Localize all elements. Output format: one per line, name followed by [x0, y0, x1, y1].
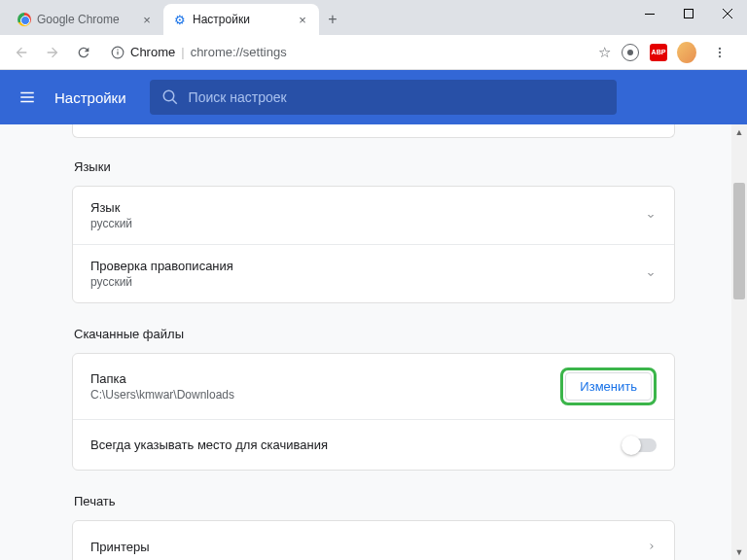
settings-content: Языки Язык русский Проверка правописания… [0, 124, 747, 560]
row-sub: русский [90, 275, 645, 289]
svg-rect-5 [117, 51, 118, 54]
svg-point-10 [163, 90, 174, 101]
folder-path: C:\Users\kmwar\Downloads [90, 388, 560, 402]
spellcheck-row[interactable]: Проверка правописания русский [73, 244, 674, 302]
close-icon[interactable]: × [296, 13, 309, 26]
avatar[interactable] [677, 43, 696, 62]
address-prefix: Chrome [130, 45, 175, 59]
ask-location-row: Всегда указывать место для скачивания [73, 419, 674, 470]
settings-header: Настройки [0, 70, 747, 124]
card-stub [72, 124, 675, 138]
download-folder-row: Папка C:\Users\kmwar\Downloads Изменить [73, 354, 674, 419]
downloads-card: Папка C:\Users\kmwar\Downloads Изменить … [72, 353, 675, 471]
chevron-down-icon [645, 268, 657, 280]
window-controls [630, 0, 747, 27]
search-box[interactable] [150, 80, 617, 115]
info-icon [111, 46, 124, 59]
printers-row[interactable]: Принтеры [73, 521, 674, 560]
scrollbar[interactable]: ▲ ▼ [731, 124, 747, 560]
hamburger-menu[interactable] [16, 86, 39, 109]
tab-google-chrome[interactable]: Google Chrome × [8, 4, 163, 35]
svg-point-7 [719, 47, 721, 49]
chevron-right-icon [647, 542, 657, 551]
address-url: chrome://settings [191, 45, 287, 59]
ask-location-toggle[interactable] [623, 438, 657, 452]
yandex-icon[interactable] [621, 43, 640, 62]
svg-point-8 [719, 51, 721, 52]
svg-rect-0 [645, 14, 655, 15]
row-sub: русский [90, 217, 645, 230]
change-button[interactable]: Изменить [565, 372, 652, 401]
section-title-print: Печать [74, 494, 675, 508]
bookmark-icon[interactable]: ☆ [598, 44, 611, 61]
tab-title: Настройки [193, 13, 250, 26]
scroll-down-icon[interactable]: ▼ [731, 544, 747, 560]
reload-button[interactable] [70, 39, 97, 66]
section-title-languages: Языки [74, 159, 675, 174]
chevron-down-icon [645, 210, 657, 222]
extension-icons: ☆ ABP [592, 39, 739, 66]
minimize-button[interactable] [630, 0, 669, 27]
change-button-highlight: Изменить [560, 368, 657, 405]
language-row[interactable]: Язык русский [73, 187, 674, 244]
chrome-icon [18, 13, 31, 26]
section-title-downloads: Скачанные файлы [74, 327, 675, 341]
row-label: Проверка правописания [90, 259, 645, 273]
address-bar: Chrome | chrome://settings ☆ ABP [0, 35, 747, 70]
page-title: Настройки [54, 89, 126, 106]
gear-icon: ⚙ [173, 13, 187, 26]
row-label: Язык [90, 200, 645, 215]
browser-tabs: Google Chrome × ⚙ Настройки × [8, 4, 319, 35]
search-icon [161, 88, 179, 106]
menu-icon[interactable] [706, 39, 733, 66]
tab-title: Google Chrome [37, 13, 120, 26]
svg-rect-6 [117, 49, 118, 50]
row-label: Принтеры [90, 540, 647, 554]
scroll-up-icon[interactable]: ▲ [731, 124, 747, 140]
row-label: Всегда указывать место для скачивания [90, 438, 623, 452]
search-input[interactable] [189, 89, 605, 105]
svg-rect-1 [685, 10, 694, 18]
scroll-thumb[interactable] [733, 183, 745, 299]
row-label: Папка [90, 371, 560, 386]
address-field[interactable]: Chrome | chrome://settings [101, 39, 588, 66]
new-tab-button[interactable]: + [319, 6, 346, 33]
close-button[interactable] [708, 0, 747, 27]
svg-line-11 [172, 99, 177, 104]
close-icon[interactable]: × [140, 13, 154, 26]
window-titlebar: Google Chrome × ⚙ Настройки × + [0, 0, 747, 35]
back-button[interactable] [8, 39, 35, 66]
maximize-button[interactable] [669, 0, 708, 27]
adblock-icon[interactable]: ABP [650, 44, 667, 61]
languages-card: Язык русский Проверка правописания русск… [72, 186, 675, 303]
forward-button[interactable] [39, 39, 66, 66]
print-card: Принтеры Виртуальный принтер Google [72, 520, 675, 560]
tab-settings[interactable]: ⚙ Настройки × [163, 4, 319, 35]
svg-point-9 [719, 54, 721, 56]
